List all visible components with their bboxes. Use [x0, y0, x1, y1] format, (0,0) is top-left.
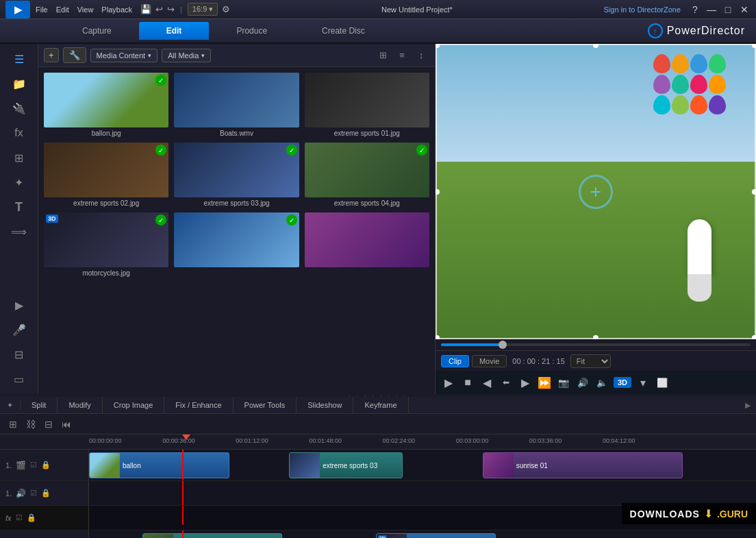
- slideshow-btn[interactable]: Slideshow: [297, 397, 353, 413]
- media-item-boats[interactable]: Boats.wmv: [174, 73, 299, 137]
- nav-tabs: Capture Edit Produce Create Disc ↑ Power…: [0, 19, 756, 44]
- particles-btn[interactable]: ✦: [7, 171, 32, 193]
- list-view-btn[interactable]: ≡: [394, 48, 410, 63]
- fullscreen-btn[interactable]: ⬜: [655, 378, 670, 388]
- media-library-btn[interactable]: ☰: [7, 48, 32, 70]
- clip-thumb-sports04: [143, 533, 173, 538]
- prev-frame-btn[interactable]: ◀: [479, 376, 494, 389]
- clip-sports03[interactable]: extreme sports 03: [289, 452, 403, 478]
- clip-sports04[interactable]: extreme sports 04: [142, 533, 283, 538]
- media-label-boats: Boats.wmv: [220, 130, 253, 137]
- crop-image-btn[interactable]: Crop Image: [103, 397, 164, 413]
- tab-create-disc[interactable]: Create Disc: [294, 22, 392, 40]
- media-item-moto[interactable]: ✓3Dmotorcycles.jpg: [44, 212, 168, 277]
- tab-capture[interactable]: Capture: [55, 22, 139, 40]
- clip-ballon[interactable]: ballon: [89, 452, 229, 478]
- timeline-link-btn[interactable]: ⛓: [23, 419, 38, 430]
- settings2-btn[interactable]: ▾: [635, 376, 651, 389]
- track-lock-1[interactable]: 🔒: [41, 461, 51, 469]
- media-item-sports04[interactable]: ✓extreme sports 04.jpg: [305, 143, 429, 207]
- track-visible-1[interactable]: ☑: [30, 461, 37, 469]
- save-icon[interactable]: 💾: [140, 4, 151, 14]
- expand-btn[interactable]: ▶: [740, 401, 756, 410]
- help-btn[interactable]: ?: [689, 4, 701, 15]
- media-item-sports03[interactable]: ✓extreme sports 03.jpg: [174, 143, 299, 207]
- mark-in-btn[interactable]: ⬅: [499, 378, 514, 387]
- maximize-btn[interactable]: □: [722, 4, 734, 15]
- transition-btn[interactable]: ⟹: [7, 221, 32, 243]
- power-tools-btn[interactable]: Power Tools: [234, 397, 297, 413]
- split-btn[interactable]: Split: [21, 397, 58, 413]
- grid-view-btn[interactable]: ⊞: [375, 48, 391, 63]
- magic-tool-btn[interactable]: ✦: [0, 401, 21, 410]
- ruler-time-5: 00:03:00:00: [456, 437, 489, 444]
- track-visible-fx[interactable]: ☑: [16, 513, 23, 522]
- menu-playback[interactable]: Playback: [101, 5, 132, 14]
- keyframe-btn[interactable]: Keyframe: [353, 397, 408, 413]
- next-frame-btn[interactable]: ▶: [518, 376, 533, 389]
- plugin-btn[interactable]: 🔌: [7, 97, 32, 119]
- menu-edit[interactable]: Edit: [56, 5, 69, 14]
- sign-in-link[interactable]: Sign in to DirectorZone: [604, 5, 681, 14]
- timeline-prev-btn[interactable]: ⏮: [59, 419, 74, 430]
- track-lock-fx[interactable]: 🔒: [27, 513, 36, 522]
- play-btn[interactable]: ▶: [441, 376, 456, 389]
- timeline-add-track-btn[interactable]: ⊟: [41, 419, 56, 430]
- media-item-item8[interactable]: ✓: [174, 212, 299, 277]
- media-toolbar: + 🔧 Media Content ▾ All Media ▾ ⊞ ≡ ↕: [38, 44, 435, 67]
- menu-view[interactable]: View: [77, 5, 94, 14]
- puzzle-btn[interactable]: 🔧: [63, 47, 86, 63]
- volume-btn[interactable]: 🔊: [575, 378, 590, 388]
- scrubber-track[interactable]: [441, 343, 751, 346]
- scrubber-handle[interactable]: [499, 341, 507, 349]
- add-media-btn[interactable]: +: [44, 48, 59, 62]
- import-btn[interactable]: 📁: [7, 73, 32, 95]
- timeline-controls: ⊞ ⛓ ⊟ ⏮: [0, 414, 756, 435]
- window-controls: ? — □ ✕: [689, 4, 751, 15]
- media-item-item9[interactable]: [305, 212, 429, 277]
- tab-edit[interactable]: Edit: [139, 22, 210, 40]
- track-lock-1a[interactable]: 🔒: [41, 489, 51, 498]
- media-item-sports01[interactable]: extreme sports 01.jpg: [305, 73, 429, 137]
- undo-icon[interactable]: ↩: [155, 4, 163, 14]
- settings-icon[interactable]: ⚙: [222, 4, 230, 14]
- collapse-btn[interactable]: ▶: [7, 294, 32, 316]
- audio2-btn[interactable]: 🔈: [594, 378, 609, 388]
- sort-btn[interactable]: ↕: [413, 48, 429, 63]
- redo-icon[interactable]: ↪: [167, 4, 175, 14]
- chevron-down-icon: ▾: [148, 52, 151, 59]
- subtitles-btn[interactable]: ▭: [7, 368, 32, 390]
- 3d-btn[interactable]: 3D: [614, 377, 631, 388]
- close-btn[interactable]: ✕: [738, 4, 751, 15]
- timeline-tracks: 1. 🎬 ☑ 🔒 ballon extreme sports 03: [0, 450, 756, 538]
- clip-sunrise01[interactable]: sunrise 01: [483, 452, 683, 478]
- chroma-btn[interactable]: ⊟: [7, 343, 32, 365]
- tab-produce[interactable]: Produce: [209, 22, 294, 40]
- track-visible-1a[interactable]: ☑: [30, 489, 37, 498]
- all-media-dropdown[interactable]: All Media ▾: [162, 49, 211, 62]
- media-item-sports02[interactable]: ✓extreme sports 02.jpg: [44, 143, 168, 207]
- modify-btn[interactable]: Modify: [58, 397, 102, 413]
- ruler-time-7: 00:04:12:00: [603, 437, 635, 444]
- aspect-ratio-select[interactable]: 16:9 ▾: [188, 3, 218, 16]
- media-content-dropdown[interactable]: Media Content ▾: [90, 49, 158, 62]
- fix-enhance-btn[interactable]: Fix / Enhance: [164, 397, 233, 413]
- minimize-btn[interactable]: —: [705, 4, 718, 15]
- timeline-snap-btn[interactable]: ⊞: [5, 419, 21, 430]
- media-item-ballon[interactable]: ✓ballon.jpg: [44, 73, 168, 137]
- audio-btn[interactable]: 🎤: [7, 319, 32, 341]
- movie-mode-btn[interactable]: Movie: [472, 355, 507, 367]
- track-header-video2: 2. 🎬 ☑ 🔒: [0, 530, 89, 538]
- effects-btn[interactable]: fx: [7, 122, 32, 144]
- clip-motorcycles[interactable]: 3D motorcycles: [376, 533, 496, 538]
- snapshot-btn[interactable]: 📷: [556, 378, 571, 388]
- add-overlay-btn[interactable]: +: [579, 175, 613, 209]
- fit-dropdown[interactable]: Fit 100% 75%: [570, 354, 611, 368]
- media-label-sports03: extreme sports 03.jpg: [203, 199, 269, 207]
- stop-btn[interactable]: ■: [460, 376, 475, 389]
- pip-btn[interactable]: ⊞: [7, 147, 32, 169]
- fast-fwd-btn[interactable]: ⏩: [537, 376, 552, 389]
- clip-mode-btn[interactable]: Clip: [441, 355, 469, 367]
- title-btn[interactable]: T: [7, 196, 32, 218]
- menu-file[interactable]: File: [36, 5, 48, 14]
